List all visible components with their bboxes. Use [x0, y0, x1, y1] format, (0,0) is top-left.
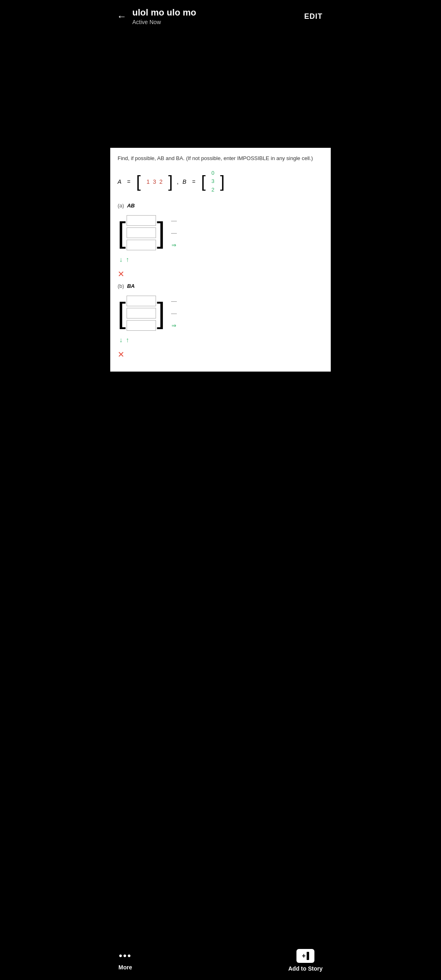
app-header: ← ulol mo ulo mo Active Now EDIT — [110, 0, 331, 29]
part-a-bracket-right: ] — [157, 220, 165, 245]
part-b-cell-2[interactable] — [127, 308, 156, 318]
part-a-op-2: — — [170, 227, 178, 238]
part-b-op-arrow: ⇒ — [170, 320, 178, 331]
content-card: Find, if possible, AB and BA. (If not po… — [110, 148, 331, 372]
part-b-label: (b) BA — [118, 283, 323, 289]
contact-status: Active Now — [132, 19, 304, 25]
part-a-sort-arrows: ↓ ↑ — [118, 256, 323, 263]
part-a-op-arrow: ⇒ — [170, 240, 178, 250]
instruction-text: Find, if possible, AB and BA. (If not po… — [118, 155, 313, 161]
part-b-sort-arrows: ↓ ↑ — [118, 336, 323, 344]
part-b-cell-1[interactable] — [127, 296, 156, 306]
matrix-b-label: B — [183, 178, 186, 185]
part-b-op-1: — — [170, 296, 178, 306]
part-a-op-1: — — [170, 215, 178, 226]
part-a-cell-1[interactable] — [127, 215, 156, 226]
media-area-top — [110, 29, 331, 148]
part-a-matrix-wrapper: [ ] — — ⇒ — [118, 213, 323, 253]
part-a-cell-3[interactable] — [127, 240, 156, 250]
part-b-op-2: — — [170, 308, 178, 318]
contact-name: ulol mo ulo mo — [132, 7, 304, 18]
part-b-bracket-right: ] — [157, 301, 165, 325]
part-a-cell-2[interactable] — [127, 227, 156, 238]
part-a-matrix: [ ] — [118, 213, 165, 253]
sort-down-a[interactable]: ↓ — [119, 256, 122, 263]
part-b-matrix: [ ] — [118, 293, 165, 333]
part-b-x-mark: ✕ — [118, 350, 323, 359]
part-b-input-column — [126, 293, 157, 333]
matrix-b-values: 0 3 2 — [210, 168, 216, 195]
matrix-a-values: 1 3 2 — [145, 178, 164, 186]
part-a-row-ops: — — ⇒ — [170, 215, 178, 250]
part-b-matrix-wrapper: [ ] — — ⇒ — [118, 293, 323, 333]
edit-button[interactable]: EDIT — [304, 12, 323, 21]
matrix-a-label: A — [118, 178, 121, 185]
part-a-input-column — [126, 213, 157, 253]
sort-up-b[interactable]: ↑ — [126, 336, 129, 344]
back-button[interactable]: ← — [117, 11, 127, 22]
part-a-bracket-left: [ — [118, 220, 126, 245]
bracket-right-a: ] — [168, 174, 173, 190]
sort-down-b[interactable]: ↓ — [119, 336, 122, 344]
bracket-right-b: ] — [220, 174, 225, 190]
part-a-label: (a) AB — [118, 203, 323, 209]
bracket-left-b: [ — [201, 174, 206, 190]
part-b-cell-3[interactable] — [127, 320, 156, 331]
part-b-row-ops: — — ⇒ — [170, 296, 178, 331]
part-a-x-mark: ✕ — [118, 269, 323, 279]
part-b-bracket-left: [ — [118, 301, 126, 325]
bracket-left-a: [ — [136, 174, 141, 190]
media-area-bottom — [110, 372, 331, 568]
matrices-definition: A = [ 1 3 2 ] , B = [ 0 3 2 ] — [118, 168, 323, 195]
contact-info: ulol mo ulo mo Active Now — [132, 7, 304, 25]
problem-instruction: Find, if possible, AB and BA. (If not po… — [118, 154, 323, 163]
sort-up-a[interactable]: ↑ — [126, 256, 129, 263]
